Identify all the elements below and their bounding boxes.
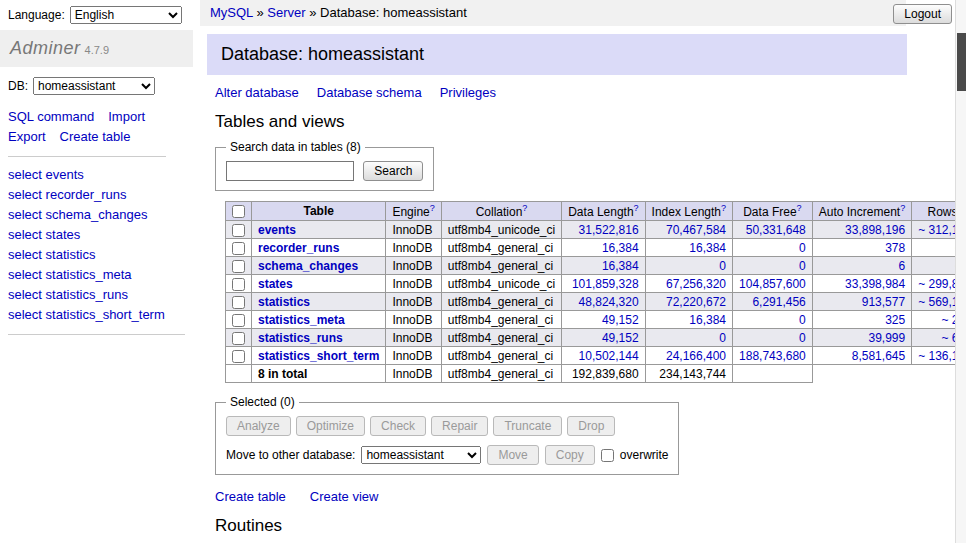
row-checkbox[interactable] [232, 314, 245, 327]
optimize-button[interactable]: Optimize [296, 416, 365, 436]
db-link-privileges[interactable]: Privileges [440, 85, 496, 100]
breadcrumb-link-mysql[interactable]: MySQL [210, 5, 253, 20]
sidebar-table-select-events[interactable]: select events [8, 167, 185, 182]
overwrite-label: overwrite [620, 448, 669, 462]
truncate-button[interactable]: Truncate [493, 416, 562, 436]
copy-button[interactable]: Copy [545, 445, 595, 465]
data-length-link[interactable]: 31,522,816 [579, 223, 639, 237]
sidebar-action-sql-command[interactable]: SQL command [8, 109, 94, 124]
create-link-create-view[interactable]: Create view [310, 489, 379, 504]
row-checkbox[interactable] [232, 278, 245, 291]
select-all-checkbox[interactable] [232, 205, 245, 218]
auto-increment-link[interactable]: 325 [885, 313, 905, 327]
index-length-cell: 0 [645, 257, 732, 275]
index-length-cell: 0 [645, 329, 732, 347]
data-length-link[interactable]: 49,152 [602, 331, 639, 345]
search-input[interactable] [226, 161, 354, 181]
index-length-link[interactable]: 70,467,584 [666, 223, 726, 237]
logout-button[interactable]: Logout [893, 4, 952, 24]
data-free-link[interactable]: 0 [799, 259, 806, 273]
index-length-link[interactable]: 0 [719, 259, 726, 273]
data-length-link[interactable]: 101,859,328 [572, 277, 639, 291]
breadcrumb-link-server[interactable]: Server [267, 5, 305, 20]
auto-increment-link[interactable]: 378 [885, 241, 905, 255]
help-hint-icon: ? [634, 203, 639, 213]
database-links: Alter databaseDatabase schemaPrivileges [215, 85, 907, 100]
data-length-cell: 49,152 [562, 311, 645, 329]
sidebar-table-select-statistics-short-term[interactable]: select statistics_short_term [8, 307, 185, 322]
auto-increment-link[interactable]: 6 [898, 259, 905, 273]
check-button[interactable]: Check [370, 416, 426, 436]
adminer-logo[interactable]: Adminer [10, 38, 81, 58]
move-db-select[interactable]: homeassistant [361, 446, 481, 464]
data-free-link[interactable]: 6,291,456 [752, 295, 805, 309]
data-length-link[interactable]: 49,152 [602, 313, 639, 327]
index-length-link[interactable]: 16,384 [689, 313, 726, 327]
row-checkbox[interactable] [232, 332, 245, 345]
table-name-link-statistics-runs[interactable]: statistics_runs [258, 331, 343, 345]
overwrite-checkbox[interactable] [601, 449, 614, 462]
sidebar-table-select-schema-changes[interactable]: select schema_changes [8, 207, 185, 222]
create-link-create-table[interactable]: Create table [215, 489, 286, 504]
language-select[interactable]: English [70, 6, 182, 24]
row-checkbox[interactable] [232, 350, 245, 363]
table-name-link-schema-changes[interactable]: schema_changes [258, 259, 358, 273]
index-length-link[interactable]: 16,384 [689, 241, 726, 255]
db-link-database-schema[interactable]: Database schema [317, 85, 422, 100]
sidebar-table-select-recorder-runs[interactable]: select recorder_runs [8, 187, 185, 202]
table-name-link-statistics-short-term[interactable]: statistics_short_term [258, 349, 379, 363]
sidebar-table-select-statistics[interactable]: select statistics [8, 247, 185, 262]
data-length-cell: 101,859,328 [562, 275, 645, 293]
table-name-link-events[interactable]: events [258, 223, 296, 237]
db-select[interactable]: homeassistant [33, 77, 155, 95]
index-length-link[interactable]: 0 [719, 331, 726, 345]
analyze-button[interactable]: Analyze [226, 416, 291, 436]
data-length-link[interactable]: 48,824,320 [579, 295, 639, 309]
data-free-link[interactable]: 104,857,600 [739, 277, 806, 291]
row-checkbox-cell [226, 275, 252, 293]
repair-button[interactable]: Repair [431, 416, 488, 436]
row-checkbox[interactable] [232, 224, 245, 237]
sidebar-table-select-states[interactable]: select states [8, 227, 185, 242]
data-free-link[interactable]: 50,331,648 [746, 223, 806, 237]
table-row: statisticsInnoDButf8mb4_general_ci48,824… [226, 293, 966, 311]
data-free-link[interactable]: 0 [799, 331, 806, 345]
data-length-link[interactable]: 16,384 [602, 259, 639, 273]
data-length-link[interactable]: 16,384 [602, 241, 639, 255]
auto-increment-link[interactable]: 33,898,196 [845, 223, 905, 237]
table-name-link-statistics-meta[interactable]: statistics_meta [258, 313, 345, 327]
row-checkbox[interactable] [232, 296, 245, 309]
data-free-link[interactable]: 0 [799, 313, 806, 327]
sidebar-action-export[interactable]: Export [8, 129, 46, 144]
move-button[interactable]: Move [487, 445, 538, 465]
scrollbar[interactable] [955, 0, 966, 543]
auto-increment-link[interactable]: 33,398,984 [845, 277, 905, 291]
index-length-link[interactable]: 72,220,672 [666, 295, 726, 309]
collation-cell: utf8mb4_general_ci [441, 257, 561, 275]
row-checkbox[interactable] [232, 260, 245, 273]
index-length-link[interactable]: 24,166,400 [666, 349, 726, 363]
selected-fieldset: Selected (0) AnalyzeOptimizeCheckRepairT… [215, 395, 679, 475]
db-link-alter-database[interactable]: Alter database [215, 85, 299, 100]
index-length-link[interactable]: 67,256,320 [666, 277, 726, 291]
scrollbar-thumb[interactable] [957, 33, 966, 91]
table-name-link-states[interactable]: states [258, 277, 293, 291]
sidebar-action-create-table[interactable]: Create table [60, 129, 131, 144]
row-checkbox[interactable] [232, 242, 245, 255]
data-free-link[interactable]: 188,743,680 [739, 349, 806, 363]
sidebar-table-select-statistics-runs[interactable]: select statistics_runs [8, 287, 185, 302]
selected-legend: Selected (0) [226, 395, 299, 409]
auto-increment-link[interactable]: 39,999 [868, 331, 905, 345]
auto-increment-link[interactable]: 8,581,645 [852, 349, 905, 363]
data-free-link[interactable]: 0 [799, 241, 806, 255]
auto-increment-link[interactable]: 913,577 [862, 295, 905, 309]
sidebar-action-import[interactable]: Import [108, 109, 145, 124]
search-button[interactable]: Search [363, 161, 423, 181]
data-length-link[interactable]: 10,502,144 [579, 349, 639, 363]
drop-button[interactable]: Drop [567, 416, 615, 436]
help-hint-icon: ? [900, 203, 905, 213]
row-checkbox-cell [226, 311, 252, 329]
table-name-link-statistics[interactable]: statistics [258, 295, 310, 309]
sidebar-table-select-statistics-meta[interactable]: select statistics_meta [8, 267, 185, 282]
table-name-link-recorder-runs[interactable]: recorder_runs [258, 241, 339, 255]
